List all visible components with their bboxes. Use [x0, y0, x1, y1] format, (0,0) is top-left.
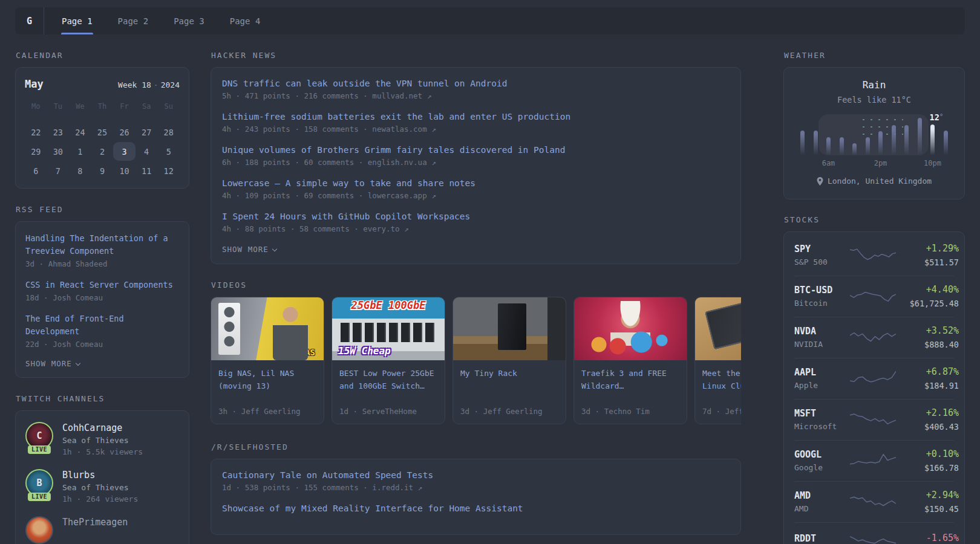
news-item-title[interactable]: Lithium-free sodium batteries exit the l… [222, 112, 730, 121]
news-item-meta: 1d · 538 points · 155 comments · i.redd.… [222, 483, 730, 492]
calendar-day: 10 [113, 161, 136, 180]
twitch-channel-name: CohhCarnage [62, 423, 143, 433]
rss-item-title[interactable]: CSS in React Server Components [25, 279, 179, 291]
news-source-link[interactable]: i.redd.it ↗ [372, 483, 422, 492]
news-item: Unique volumes of Brothers Grimm fairy t… [222, 145, 730, 167]
stock-name: Microsoft [794, 422, 850, 431]
hackernews-show-more-button[interactable]: SHOW MORE [222, 245, 730, 254]
rss-show-more-button[interactable]: SHOW MORE [25, 359, 179, 368]
video-card[interactable]: LIL NASBig NAS, Lil NAS (moving 13)3h · … [211, 297, 324, 424]
calendar-weekday: Su [157, 99, 180, 114]
stock-row[interactable]: NVDANVIDIA+3.52%$888.40 [794, 317, 954, 358]
video-card[interactable]: 25GbE 100GbE15W CheapBEST Low Power 25Gb… [332, 297, 445, 424]
weather-bar [852, 143, 857, 155]
news-item: Lithium-free sodium batteries exit the l… [222, 112, 730, 134]
calendar-day: 29 [25, 142, 47, 161]
video-card[interactable]: My Tiny Rack3d · Jeff Geerling [452, 297, 566, 424]
stock-row[interactable]: RDDT-1.65% [794, 522, 954, 544]
stock-change: +6.87% [896, 366, 959, 377]
rss-item-title[interactable]: The End of Front-End Development [25, 312, 179, 338]
news-item-meta: 5h · 471 points · 216 comments · mullvad… [222, 91, 730, 100]
stock-row[interactable]: GOOGLGoogle+0.10%$166.78 [794, 440, 954, 481]
calendar-year: 2024 [161, 80, 180, 89]
rss-section-title: RSS FEED [16, 205, 189, 214]
news-item-title[interactable]: Showcase of my Mixed Reality Interface f… [222, 504, 730, 513]
stock-row[interactable]: AAPLApple+6.87%$184.91 [794, 358, 954, 399]
stock-row[interactable]: MSFTMicrosoft+2.16%$406.43 [794, 399, 954, 440]
twitch-channel[interactable]: CLIVECohhCarnageSea of Thieves1h · 5.5k … [25, 422, 179, 456]
stock-symbol: BTC-USD [794, 285, 850, 296]
stock-symbol: GOOGL [794, 449, 850, 460]
news-source-link[interactable]: english.nv.ua ↗ [368, 158, 436, 167]
stock-change: +0.10% [896, 448, 959, 459]
degree-symbol: ° [939, 112, 944, 120]
calendar-day: 9 [91, 161, 114, 180]
news-source-link[interactable]: newatlas.com ↗ [372, 125, 436, 134]
video-thumbnail [453, 297, 566, 360]
separator-dot: · [359, 483, 373, 492]
news-source-link[interactable]: lowercase.app ↗ [368, 191, 436, 200]
stock-symbol: RDDT [794, 533, 850, 544]
separator-dot: · [359, 91, 373, 100]
news-source-link[interactable]: mullvad.net ↗ [372, 91, 431, 100]
calendar-weekday: Sa [136, 99, 158, 114]
live-badge: LIVE [28, 445, 51, 454]
left-column: CALENDAR May Week 18·2024 MoTuWeThFrSaSu… [15, 34, 189, 544]
stock-row[interactable]: AMDAMD+2.94%$150.45 [794, 481, 954, 522]
video-card[interactable]: FASMeet the Linux Cluster7d · Jeff Geerl… [694, 297, 741, 424]
news-item-title[interactable]: Unique volumes of Brothers Grimm fairy t… [222, 145, 730, 155]
rss-item-meta: 3d · Ahmad Shadeed [25, 259, 179, 268]
nav-tab-page-4[interactable]: Page 4 [217, 7, 273, 34]
stock-change: -1.65% [896, 533, 959, 543]
weather-bar [814, 131, 818, 155]
news-item-meta: 4h · 243 points · 158 comments · newatla… [222, 125, 730, 134]
news-source-link[interactable]: every.to ↗ [363, 224, 408, 233]
stock-row[interactable]: BTC-USDBitcoin+4.40%$61,725.48 [794, 276, 954, 317]
weather-feels-like: Feels like 11°C [796, 95, 952, 105]
stock-sparkline-cell [850, 246, 896, 264]
stock-sparkline-cell [850, 531, 896, 544]
stock-sparkline [850, 369, 896, 387]
stock-sparkline [850, 287, 896, 305]
stock-sparkline [850, 531, 896, 544]
thumbnail-overlay-text: 25GbE 100GbE [332, 299, 445, 311]
stock-labels: NVDANVIDIA [794, 326, 850, 349]
news-item-title[interactable]: Lowercase – A simple way to take and sha… [222, 178, 730, 188]
twitch-channel-info: BlurbsSea of Thieves1h · 264 viewers [62, 469, 138, 504]
avatar-letter: B [27, 470, 52, 496]
news-item-title[interactable]: DNS traffic can leak outside the VPN tun… [222, 79, 730, 88]
stock-change: +3.52% [896, 325, 959, 336]
video-channel: 1d · ServeTheHome [332, 401, 445, 424]
news-meta-text: 4h · 109 points · 69 comments [222, 191, 354, 200]
video-channel: 3d · Techno Tim [574, 401, 687, 424]
nav-tabs: Page 1Page 2Page 3Page 4 [49, 7, 273, 34]
stock-sparkline [850, 452, 896, 470]
nav-tab-page-3[interactable]: Page 3 [161, 7, 217, 34]
news-item-meta: 4h · 109 points · 69 comments · lowercas… [222, 191, 730, 200]
nav-tab-page-1[interactable]: Page 1 [49, 7, 105, 34]
stock-price: $150.45 [896, 504, 959, 514]
news-item-title[interactable]: I Spent 24 Hours with GitHub Copilot Wor… [222, 212, 730, 221]
news-item-title[interactable]: Cautionary Tale on Automated Speed Tests [222, 470, 730, 480]
weather-axis-label: 10pm [924, 159, 941, 167]
stock-name: Apple [794, 381, 850, 390]
video-thumbnail: LIL NAS [211, 297, 324, 360]
stock-sparkline-cell [850, 452, 896, 470]
weather-bar [944, 131, 948, 155]
twitch-channel[interactable]: ThePrimeagen [25, 516, 179, 544]
twitch-channel[interactable]: BLIVEBlurbsSea of Thieves1h · 264 viewer… [25, 469, 179, 504]
rss-item-title[interactable]: Handling The Indentation of a Treeview C… [25, 232, 179, 257]
twitch-channel-info: ThePrimeagen [62, 516, 128, 544]
nav-tab-page-2[interactable]: Page 2 [105, 7, 162, 34]
weather-axis-label: 2pm [874, 159, 887, 167]
news-item: Showcase of my Mixed Reality Interface f… [222, 504, 730, 513]
video-title: Big NAS, Lil NAS (moving 13) [211, 360, 324, 392]
stock-name: NVIDIA [794, 340, 850, 349]
stock-values: +0.10%$166.78 [896, 448, 959, 473]
stock-values: +6.87%$184.91 [896, 366, 959, 390]
stock-row[interactable]: SPYS&P 500+1.29%$511.57 [794, 235, 954, 276]
stock-change: +2.94% [896, 490, 959, 500]
video-card[interactable]: Traefik 3 and FREE Wildcard…3d · Techno … [573, 297, 687, 424]
weather-bar [800, 131, 805, 155]
calendar-widget: May Week 18·2024 MoTuWeThFrSaSu 22232425… [15, 67, 189, 189]
